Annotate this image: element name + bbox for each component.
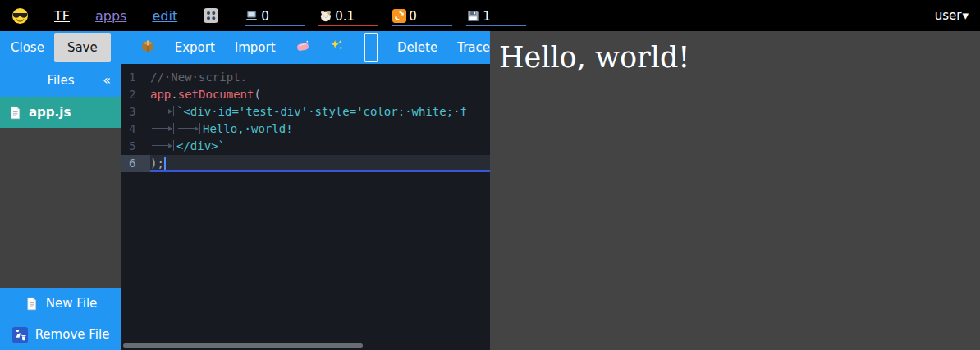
preview-hello-text: Hello, world! (490, 31, 980, 74)
action-label: New File (46, 296, 98, 311)
file-list: app.js (0, 97, 121, 128)
action-label: Remove File (35, 327, 110, 342)
code-text: `<div·id='test-div'·style='color:·white;… (150, 103, 490, 120)
soap-button[interactable] (295, 39, 310, 57)
sparkles-button[interactable] (330, 39, 345, 57)
editor-toolbar: CloseSaveExportImportDeleteTrace (0, 31, 490, 64)
line-number: 6 (121, 155, 150, 172)
stat-value: 1 (483, 9, 491, 24)
close-button[interactable]: Close (11, 40, 44, 55)
code-line-1: 1//·New·script. (121, 69, 490, 86)
collapse-sidebar-button[interactable]: « (103, 72, 111, 88)
preview-pane: Hello, world! (490, 31, 980, 350)
token-string: </div>` (176, 139, 225, 152)
document-icon (25, 297, 39, 311)
file-item-app-js[interactable]: app.js (0, 97, 121, 128)
delete-button[interactable]: Delete (397, 40, 437, 55)
stat-value: 0 (409, 9, 417, 24)
code-line-2: 2app.setDocument( (121, 86, 490, 103)
dots-grid-icon[interactable] (203, 7, 219, 24)
floppy-stat-input[interactable]: 1 (466, 5, 526, 26)
blank-button[interactable] (364, 33, 378, 62)
repeat-icon (392, 9, 406, 23)
stat-inputs: 00.101 (245, 5, 526, 26)
token-punct: ( (254, 88, 260, 101)
code-line-4: 4Hello,·world! (121, 120, 490, 138)
horizontal-scrollbar-thumb[interactable] (123, 343, 363, 348)
code-text: Hello,·world! (150, 120, 490, 138)
floppy-icon (466, 9, 480, 23)
code-text: ); (150, 155, 490, 172)
code-editor[interactable]: 1//·New·script.2app.setDocument(3`<div·i… (121, 64, 490, 350)
package-button[interactable] (140, 39, 155, 57)
sidebar-empty-area (0, 128, 121, 288)
line-number: 1 (121, 69, 150, 86)
user-menu[interactable]: user▾ (935, 8, 969, 23)
package-icon (140, 39, 155, 53)
stat-value: 0.1 (335, 9, 355, 24)
token-name: setDocument (178, 88, 254, 101)
litter-icon (12, 327, 28, 343)
code-line-5: 5</div>` (121, 138, 490, 155)
smiley-sunglasses-icon (11, 7, 29, 25)
save-button[interactable]: Save (54, 33, 111, 62)
code-text: app.setDocument( (150, 86, 490, 103)
tab-whitespace-marker (150, 140, 174, 151)
remove-file-button[interactable]: Remove File (0, 319, 121, 350)
app-window: TF apps edit 00.101 user▾ CloseSaveExpor… (0, 0, 980, 350)
text-cursor (164, 157, 166, 170)
token-comment: //·New·script. (150, 70, 247, 84)
export-button[interactable]: Export (175, 40, 215, 55)
tab-whitespace-marker (150, 106, 174, 116)
new-file-button[interactable]: New File (0, 288, 121, 319)
token-name: app (150, 88, 171, 101)
sidebar-actions: New FileRemove File (0, 288, 121, 350)
files-header-label: Files (48, 73, 75, 88)
code-line-3: 3`<div·id='test-div'·style='color:·white… (121, 103, 490, 120)
line-number: 3 (121, 103, 150, 120)
files-header: Files « (0, 64, 121, 97)
repeat-stat-input[interactable]: 0 (392, 5, 452, 26)
token-string: Hello,·world! (203, 122, 293, 135)
hamster-stat-input[interactable]: 0.1 (318, 5, 378, 26)
code-line-6: 6); (121, 155, 490, 172)
line-number: 4 (121, 120, 150, 138)
edit-link[interactable]: edit (152, 8, 177, 24)
trace-button[interactable]: Trace (457, 40, 490, 55)
document-icon (8, 106, 22, 120)
tab-whitespace-marker (176, 123, 200, 134)
token-punct: ); (150, 157, 164, 170)
home-link[interactable]: TF (54, 8, 70, 24)
file-name: app.js (29, 105, 71, 120)
sparkles-icon (330, 39, 345, 53)
code-text: //·New·script. (150, 69, 490, 86)
stat-value: 0 (261, 9, 269, 24)
token-string: `<div·id='test-div'·style='color:·white;… (176, 105, 467, 118)
laptop-stat-input[interactable]: 0 (245, 5, 305, 26)
line-number: 2 (121, 86, 150, 103)
apps-link[interactable]: apps (95, 8, 126, 24)
caret-down-icon: ▾ (962, 8, 969, 23)
user-menu-label: user (935, 8, 962, 23)
tab-whitespace-marker (150, 123, 174, 134)
top-bar: TF apps edit 00.101 user▾ (0, 0, 980, 31)
hamster-icon (318, 9, 332, 23)
import-button[interactable]: Import (235, 40, 276, 55)
files-sidebar: Files « app.js New FileRemove File (0, 64, 121, 350)
code-text: </div>` (150, 138, 490, 155)
line-number: 5 (121, 138, 150, 155)
soap-icon (295, 39, 310, 53)
token-punct: . (171, 88, 177, 101)
laptop-icon (245, 9, 259, 23)
